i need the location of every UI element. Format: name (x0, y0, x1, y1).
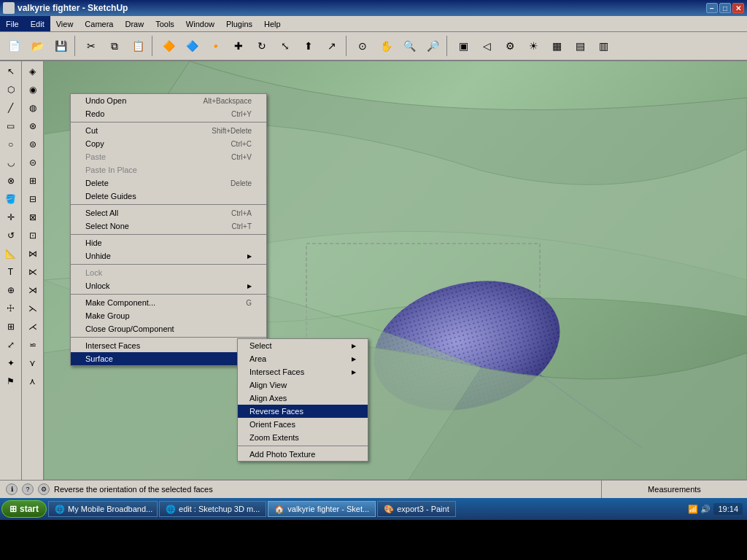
submenu-select[interactable]: Select ▶ (238, 339, 368, 352)
toolbar-zoomwindow[interactable]: ▣ (452, 35, 474, 57)
taskbar-item-valkyrie[interactable]: 🏠 valkyrie fighter - Sket... (268, 501, 376, 517)
tool2-16[interactable]: ⋍ (24, 336, 42, 354)
tool-orbit2[interactable]: ⊕ (2, 281, 20, 299)
submenu-alignview[interactable]: Align View (238, 378, 368, 392)
toolbar-zoomin[interactable]: 🔍 (398, 35, 420, 57)
toolbar-new[interactable]: 📄 (3, 35, 25, 57)
toolbar-erase[interactable]: 🔶 (158, 35, 179, 57)
tool-text[interactable]: T (2, 263, 20, 281)
tool2-2[interactable]: ◉ (24, 81, 42, 98)
menu-help[interactable]: Help (258, 16, 287, 31)
toolbar-followme[interactable]: ↗ (321, 35, 343, 57)
tool2-14[interactable]: ⋋ (24, 300, 42, 317)
tool2-4[interactable]: ⊛ (24, 117, 42, 135)
tool-line[interactable]: ╱ (2, 99, 20, 117)
taskbar-item-paint[interactable]: 🎨 export3 - Paint (377, 501, 456, 517)
tool-rect[interactable]: ▭ (2, 117, 20, 135)
submenu-intersectfaces[interactable]: Intersect Faces ▶ (238, 365, 368, 378)
status-icon-gear[interactable]: ⚙ (38, 483, 50, 495)
menu-hide[interactable]: Hide (71, 236, 266, 249)
tool-arc[interactable]: ◡ (2, 154, 20, 171)
toolbar-pan[interactable]: ✋ (375, 35, 397, 57)
toolbar-component[interactable]: ⚙ (499, 35, 521, 57)
tool2-12[interactable]: ⋉ (24, 263, 42, 281)
menu-file[interactable]: File (0, 16, 25, 31)
toolbar-copy[interactable]: ⧉ (104, 35, 125, 57)
tool-move2[interactable]: ✛ (2, 209, 20, 226)
toolbar-shadow[interactable]: ☀ (522, 35, 544, 57)
tool-paint2[interactable]: 🪣 (2, 190, 20, 208)
toolbar-rotate[interactable]: ↻ (251, 35, 273, 57)
toolbar-xray[interactable]: ▥ (592, 35, 614, 57)
menu-plugins[interactable]: Plugins (220, 16, 258, 31)
tool2-11[interactable]: ⋈ (24, 245, 42, 262)
menu-draw[interactable]: Draw (119, 16, 150, 31)
menu-undo[interactable]: Undo Open Alt+Backspace (71, 94, 266, 107)
menu-closegroupcomponent[interactable]: Close Group/Component (71, 322, 266, 335)
menu-unlock[interactable]: Unlock ▶ (71, 279, 266, 292)
toolbar-fog[interactable]: ▦ (546, 35, 568, 57)
toolbar-paste[interactable]: 📋 (127, 35, 149, 57)
viewport[interactable]: Undo Open Alt+Backspace Redo Ctrl+Y Cut … (44, 61, 747, 480)
tool-lasso[interactable]: ⬡ (2, 81, 20, 98)
menu-selectnone[interactable]: Select None Ctrl+T (71, 219, 266, 233)
tool2-10[interactable]: ⊡ (24, 227, 42, 244)
toolbar-open[interactable]: 📂 (26, 35, 48, 57)
toolbar-move[interactable]: ✚ (228, 35, 249, 57)
status-icon-info[interactable]: ℹ (6, 483, 18, 495)
menu-copy[interactable]: Copy Ctrl+C (71, 137, 266, 150)
tool-walkthru[interactable]: ⚑ (2, 373, 20, 390)
tool-erase2[interactable]: ⊗ (2, 172, 20, 190)
menu-cut[interactable]: Cut Shift+Delete (71, 124, 266, 137)
menu-view[interactable]: View (50, 16, 80, 31)
menu-tools[interactable]: Tools (150, 16, 180, 31)
submenu-reversefaces[interactable]: Reverse Faces (238, 405, 368, 418)
toolbar-cut[interactable]: ✂ (80, 35, 102, 57)
toolbar-pushpull[interactable]: ⬆ (298, 35, 320, 57)
tool2-15[interactable]: ⋌ (24, 318, 42, 335)
menu-camera[interactable]: Camera (79, 16, 119, 31)
tool-select[interactable]: ↖ (2, 63, 20, 80)
submenu-area[interactable]: Area ▶ (238, 352, 368, 365)
toolbar-zoomout[interactable]: 🔎 (422, 35, 444, 57)
maximize-button[interactable]: □ (719, 3, 731, 13)
toolbar-paint[interactable]: 🔷 (181, 35, 203, 57)
tool2-5[interactable]: ⊜ (24, 136, 42, 153)
tool-zoomext[interactable]: ⤢ (2, 336, 20, 354)
menu-window[interactable]: Window (180, 16, 220, 31)
menu-makegroup[interactable]: Make Group (71, 309, 266, 322)
tool-section[interactable]: ✦ (2, 354, 20, 372)
toolbar-prevview[interactable]: ◁ (476, 35, 498, 57)
menu-deleteguides[interactable]: Delete Guides (71, 190, 266, 203)
close-button[interactable]: ✕ (732, 3, 744, 13)
taskbar-item-sketchup3d[interactable]: 🌐 edit : Sketchup 3D m... (159, 501, 266, 517)
menu-redo[interactable]: Redo Ctrl+Y (71, 107, 266, 120)
menu-selectall[interactable]: Select All Ctrl+A (71, 206, 266, 219)
tool2-6[interactable]: ⊝ (24, 154, 42, 171)
tool2-3[interactable]: ◍ (24, 99, 42, 117)
tool2-9[interactable]: ⊠ (24, 209, 42, 226)
taskbar-item-broadband[interactable]: 🌐 My Mobile Broadband... (48, 501, 158, 517)
status-icon-check[interactable]: ? (22, 483, 34, 495)
toolbar-edge[interactable]: ▤ (569, 35, 591, 57)
submenu-orientfaces[interactable]: Orient Faces (238, 418, 368, 431)
submenu-zoomextents[interactable]: Zoom Extents (238, 431, 368, 444)
tool-zoom2[interactable]: ⊞ (2, 318, 20, 335)
toolbar-save[interactable]: 💾 (50, 35, 71, 57)
menu-unhide[interactable]: Unhide ▶ (71, 249, 266, 262)
minimize-button[interactable]: − (706, 3, 718, 13)
tool-pan2[interactable]: ☩ (2, 300, 20, 317)
menu-makecomponent[interactable]: Make Component... G (71, 296, 266, 309)
toolbar-scale[interactable]: ⤡ (274, 35, 296, 57)
tool-measure[interactable]: 📐 (2, 245, 20, 262)
tool2-8[interactable]: ⊟ (24, 190, 42, 208)
tool2-7[interactable]: ⊞ (24, 172, 42, 190)
toolbar-select[interactable]: 🔸 (204, 35, 226, 57)
tool-circle[interactable]: ○ (2, 136, 20, 153)
menu-edit[interactable]: Edit (25, 16, 50, 31)
submenu-alignaxes[interactable]: Align Axes (238, 392, 368, 405)
tool-rotate2[interactable]: ↺ (2, 227, 20, 244)
start-button[interactable]: ⊞ start (1, 500, 47, 518)
tool2-13[interactable]: ⋊ (24, 281, 42, 299)
submenu-addphotex[interactable]: Add Photo Texture (238, 448, 368, 461)
